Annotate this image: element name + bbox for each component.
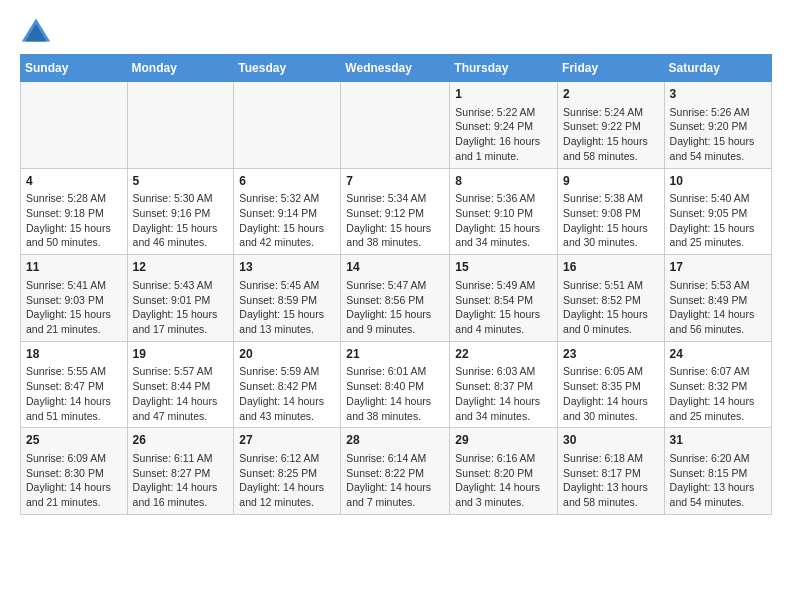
day-content: Sunrise: 5:45 AM Sunset: 8:59 PM Dayligh… <box>239 278 335 337</box>
calendar-cell: 13Sunrise: 5:45 AM Sunset: 8:59 PM Dayli… <box>234 255 341 342</box>
day-content: Sunrise: 5:57 AM Sunset: 8:44 PM Dayligh… <box>133 364 229 423</box>
calendar-cell <box>127 82 234 169</box>
calendar-cell: 18Sunrise: 5:55 AM Sunset: 8:47 PM Dayli… <box>21 341 128 428</box>
day-number: 6 <box>239 173 335 190</box>
day-content: Sunrise: 6:09 AM Sunset: 8:30 PM Dayligh… <box>26 451 122 510</box>
day-number: 21 <box>346 346 444 363</box>
day-number: 26 <box>133 432 229 449</box>
day-content: Sunrise: 5:55 AM Sunset: 8:47 PM Dayligh… <box>26 364 122 423</box>
day-content: Sunrise: 6:03 AM Sunset: 8:37 PM Dayligh… <box>455 364 552 423</box>
calendar-cell: 12Sunrise: 5:43 AM Sunset: 9:01 PM Dayli… <box>127 255 234 342</box>
calendar-cell: 15Sunrise: 5:49 AM Sunset: 8:54 PM Dayli… <box>450 255 558 342</box>
header-friday: Friday <box>558 55 665 82</box>
week-row-4: 25Sunrise: 6:09 AM Sunset: 8:30 PM Dayli… <box>21 428 772 515</box>
logo-icon <box>20 16 52 44</box>
day-number: 17 <box>670 259 766 276</box>
page: SundayMondayTuesdayWednesdayThursdayFrid… <box>0 0 792 531</box>
header <box>20 16 772 44</box>
day-content: Sunrise: 5:41 AM Sunset: 9:03 PM Dayligh… <box>26 278 122 337</box>
calendar-cell: 25Sunrise: 6:09 AM Sunset: 8:30 PM Dayli… <box>21 428 128 515</box>
header-wednesday: Wednesday <box>341 55 450 82</box>
calendar-table: SundayMondayTuesdayWednesdayThursdayFrid… <box>20 54 772 515</box>
day-number: 14 <box>346 259 444 276</box>
week-row-1: 4Sunrise: 5:28 AM Sunset: 9:18 PM Daylig… <box>21 168 772 255</box>
day-content: Sunrise: 5:32 AM Sunset: 9:14 PM Dayligh… <box>239 191 335 250</box>
day-number: 27 <box>239 432 335 449</box>
calendar-cell: 27Sunrise: 6:12 AM Sunset: 8:25 PM Dayli… <box>234 428 341 515</box>
calendar-cell: 17Sunrise: 5:53 AM Sunset: 8:49 PM Dayli… <box>664 255 771 342</box>
calendar-cell: 10Sunrise: 5:40 AM Sunset: 9:05 PM Dayli… <box>664 168 771 255</box>
day-content: Sunrise: 6:14 AM Sunset: 8:22 PM Dayligh… <box>346 451 444 510</box>
day-content: Sunrise: 5:43 AM Sunset: 9:01 PM Dayligh… <box>133 278 229 337</box>
day-number: 11 <box>26 259 122 276</box>
calendar-cell: 22Sunrise: 6:03 AM Sunset: 8:37 PM Dayli… <box>450 341 558 428</box>
day-content: Sunrise: 6:12 AM Sunset: 8:25 PM Dayligh… <box>239 451 335 510</box>
day-number: 8 <box>455 173 552 190</box>
header-sunday: Sunday <box>21 55 128 82</box>
calendar-cell: 4Sunrise: 5:28 AM Sunset: 9:18 PM Daylig… <box>21 168 128 255</box>
calendar-cell: 9Sunrise: 5:38 AM Sunset: 9:08 PM Daylig… <box>558 168 665 255</box>
calendar-cell: 8Sunrise: 5:36 AM Sunset: 9:10 PM Daylig… <box>450 168 558 255</box>
day-number: 13 <box>239 259 335 276</box>
calendar-cell: 1Sunrise: 5:22 AM Sunset: 9:24 PM Daylig… <box>450 82 558 169</box>
day-number: 25 <box>26 432 122 449</box>
day-content: Sunrise: 6:05 AM Sunset: 8:35 PM Dayligh… <box>563 364 659 423</box>
day-content: Sunrise: 5:59 AM Sunset: 8:42 PM Dayligh… <box>239 364 335 423</box>
day-number: 19 <box>133 346 229 363</box>
calendar-cell: 2Sunrise: 5:24 AM Sunset: 9:22 PM Daylig… <box>558 82 665 169</box>
day-number: 9 <box>563 173 659 190</box>
header-tuesday: Tuesday <box>234 55 341 82</box>
day-content: Sunrise: 5:34 AM Sunset: 9:12 PM Dayligh… <box>346 191 444 250</box>
day-content: Sunrise: 6:11 AM Sunset: 8:27 PM Dayligh… <box>133 451 229 510</box>
calendar-cell: 19Sunrise: 5:57 AM Sunset: 8:44 PM Dayli… <box>127 341 234 428</box>
calendar-cell: 26Sunrise: 6:11 AM Sunset: 8:27 PM Dayli… <box>127 428 234 515</box>
calendar-cell: 16Sunrise: 5:51 AM Sunset: 8:52 PM Dayli… <box>558 255 665 342</box>
calendar-cell: 7Sunrise: 5:34 AM Sunset: 9:12 PM Daylig… <box>341 168 450 255</box>
day-content: Sunrise: 6:07 AM Sunset: 8:32 PM Dayligh… <box>670 364 766 423</box>
day-number: 24 <box>670 346 766 363</box>
day-content: Sunrise: 5:36 AM Sunset: 9:10 PM Dayligh… <box>455 191 552 250</box>
day-number: 5 <box>133 173 229 190</box>
calendar-cell <box>234 82 341 169</box>
week-row-0: 1Sunrise: 5:22 AM Sunset: 9:24 PM Daylig… <box>21 82 772 169</box>
day-content: Sunrise: 5:24 AM Sunset: 9:22 PM Dayligh… <box>563 105 659 164</box>
day-content: Sunrise: 5:47 AM Sunset: 8:56 PM Dayligh… <box>346 278 444 337</box>
calendar-cell: 11Sunrise: 5:41 AM Sunset: 9:03 PM Dayli… <box>21 255 128 342</box>
day-content: Sunrise: 6:01 AM Sunset: 8:40 PM Dayligh… <box>346 364 444 423</box>
day-number: 12 <box>133 259 229 276</box>
day-content: Sunrise: 6:18 AM Sunset: 8:17 PM Dayligh… <box>563 451 659 510</box>
day-number: 29 <box>455 432 552 449</box>
day-number: 28 <box>346 432 444 449</box>
day-number: 20 <box>239 346 335 363</box>
calendar-cell: 31Sunrise: 6:20 AM Sunset: 8:15 PM Dayli… <box>664 428 771 515</box>
calendar-cell: 29Sunrise: 6:16 AM Sunset: 8:20 PM Dayli… <box>450 428 558 515</box>
day-number: 16 <box>563 259 659 276</box>
day-content: Sunrise: 5:28 AM Sunset: 9:18 PM Dayligh… <box>26 191 122 250</box>
header-thursday: Thursday <box>450 55 558 82</box>
day-number: 4 <box>26 173 122 190</box>
header-saturday: Saturday <box>664 55 771 82</box>
day-content: Sunrise: 5:53 AM Sunset: 8:49 PM Dayligh… <box>670 278 766 337</box>
header-row: SundayMondayTuesdayWednesdayThursdayFrid… <box>21 55 772 82</box>
calendar-cell: 3Sunrise: 5:26 AM Sunset: 9:20 PM Daylig… <box>664 82 771 169</box>
week-row-3: 18Sunrise: 5:55 AM Sunset: 8:47 PM Dayli… <box>21 341 772 428</box>
calendar-cell: 30Sunrise: 6:18 AM Sunset: 8:17 PM Dayli… <box>558 428 665 515</box>
day-number: 23 <box>563 346 659 363</box>
calendar-cell: 6Sunrise: 5:32 AM Sunset: 9:14 PM Daylig… <box>234 168 341 255</box>
day-number: 22 <box>455 346 552 363</box>
day-number: 31 <box>670 432 766 449</box>
day-content: Sunrise: 5:49 AM Sunset: 8:54 PM Dayligh… <box>455 278 552 337</box>
header-monday: Monday <box>127 55 234 82</box>
day-number: 30 <box>563 432 659 449</box>
calendar-cell: 24Sunrise: 6:07 AM Sunset: 8:32 PM Dayli… <box>664 341 771 428</box>
day-content: Sunrise: 5:51 AM Sunset: 8:52 PM Dayligh… <box>563 278 659 337</box>
calendar-cell: 28Sunrise: 6:14 AM Sunset: 8:22 PM Dayli… <box>341 428 450 515</box>
day-content: Sunrise: 6:20 AM Sunset: 8:15 PM Dayligh… <box>670 451 766 510</box>
day-number: 18 <box>26 346 122 363</box>
calendar-cell <box>21 82 128 169</box>
day-number: 2 <box>563 86 659 103</box>
day-content: Sunrise: 6:16 AM Sunset: 8:20 PM Dayligh… <box>455 451 552 510</box>
day-number: 1 <box>455 86 552 103</box>
calendar-cell: 23Sunrise: 6:05 AM Sunset: 8:35 PM Dayli… <box>558 341 665 428</box>
day-number: 3 <box>670 86 766 103</box>
